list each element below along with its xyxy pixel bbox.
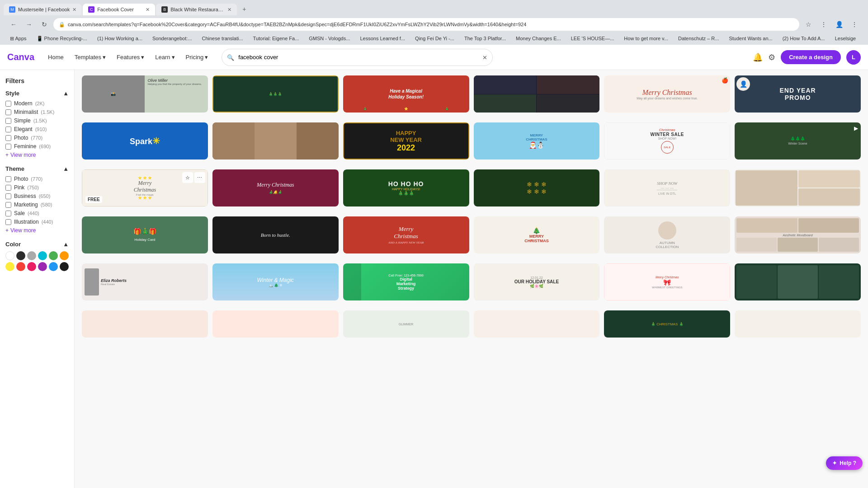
bell-icon[interactable]: 🔔 <box>753 52 763 62</box>
create-design-button[interactable]: Create a design <box>781 50 841 64</box>
bookmark-11[interactable]: LEE 'S HOUSE—... <box>568 35 617 42</box>
nav-templates[interactable]: Templates ▾ <box>70 51 110 63</box>
template-card-vintage-finds[interactable] <box>474 75 600 113</box>
filter-theme-business-checkbox[interactable] <box>5 193 11 199</box>
template-card-winter-sale[interactable]: Christmas WINTER SALE SHOP NOW! SALE <box>604 122 730 160</box>
template-card-autumn-collection[interactable]: AUTUMNCOLLECTION <box>604 216 730 253</box>
extensions-button[interactable]: ⋮ <box>817 18 830 31</box>
template-card-row6-4[interactable] <box>474 310 600 338</box>
bookmark-15[interactable]: (2) How To Add A... <box>780 35 828 42</box>
style-show-more[interactable]: + View more <box>5 152 69 158</box>
color-cyan[interactable] <box>38 251 47 260</box>
tab-facebook-cover[interactable]: C Facebook Cover ✕ <box>83 4 155 15</box>
new-tab-button[interactable]: + <box>238 3 250 15</box>
template-card-merry-christmas-tree[interactable]: 🎄 MERRYCHRISTMAS <box>474 216 600 253</box>
theme-section-header[interactable]: Theme ▲ <box>5 165 69 172</box>
nav-features[interactable]: Features ▾ <box>112 51 149 63</box>
template-card-winter-magic[interactable]: Winter & Magic 🏔️ 🌲 ❄ <box>212 263 339 300</box>
template-card-fashion-collage[interactable] <box>212 122 339 160</box>
theme-show-more[interactable]: + View more <box>5 227 69 234</box>
template-card-christmas-illustration[interactable]: 🎁🎄🎁Holiday Card <box>82 216 208 253</box>
bookmark-button[interactable]: ☆ <box>802 18 815 31</box>
template-card-photo-collage-2[interactable] <box>735 169 861 206</box>
filter-modern[interactable]: Modern(2K) <box>5 100 69 107</box>
template-card-row6-2[interactable] <box>212 310 339 338</box>
bookmark-14[interactable]: Student Wants an... <box>726 35 775 42</box>
filter-theme-business[interactable]: Business(650) <box>5 193 69 199</box>
filter-feminine-checkbox[interactable] <box>5 144 11 150</box>
template-card-christmas-green[interactable]: 🎄🎄🎄 <box>212 75 339 113</box>
filter-theme-marketing[interactable]: Marketing(580) <box>5 202 69 208</box>
color-red[interactable] <box>16 262 25 271</box>
bookmark-8[interactable]: Qing Fei De Yi -... <box>412 35 457 42</box>
filter-elegant-checkbox[interactable] <box>5 127 11 132</box>
filter-elegant[interactable]: Elegant(910) <box>5 126 69 132</box>
more-button[interactable]: ⋯ <box>194 172 205 183</box>
template-card-merry-christmas-beige[interactable]: ⭐ ⭐ ⭐ MerryChristmas Feel the magic ⭐ ⭐ … <box>82 169 208 206</box>
bookmark-apps[interactable]: ⊞ Apps <box>7 35 29 42</box>
template-card-end-year-promo[interactable]: END YEARPROMO 👤 <box>735 75 861 113</box>
template-card-real-estate[interactable]: 📸 Olive Miller Helping you find the prop… <box>82 75 208 113</box>
color-white[interactable] <box>5 251 14 260</box>
bookmark-2[interactable]: (1) How Working a... <box>94 35 145 42</box>
template-card-born-hustle[interactable]: Born to hustle. <box>212 216 339 253</box>
menu-button[interactable]: ⋮ <box>848 18 861 31</box>
user-profile-button[interactable]: 👤 <box>833 18 845 31</box>
filter-modern-checkbox[interactable] <box>5 101 11 107</box>
canva-logo[interactable]: Canva <box>7 52 34 62</box>
template-card-aesthetic-moodboard[interactable]: Aesthetic Moodboard <box>735 216 861 253</box>
template-card-holiday-sale[interactable]: 12.01.22 OUR HOLIDAY SALE 🌿🌸🌿 <box>474 263 600 300</box>
template-card-merry-christmas-red-script[interactable]: MerryChristmasAND A HAPPY NEW YEAR <box>343 216 469 253</box>
settings-icon[interactable]: ⚙ <box>768 52 775 62</box>
template-card-winter-forest[interactable]: 🌲🌲🌲Winter Scene ▶ <box>735 122 861 160</box>
color-pink[interactable] <box>27 262 36 271</box>
template-card-row6-5[interactable]: 🎄 CHRISTMAS 🎄 <box>604 310 730 338</box>
template-card-merry-christmas-light[interactable]: Merry Christmas May all your dreams and … <box>604 75 730 113</box>
tab-close-2[interactable]: ✕ <box>146 7 150 13</box>
filter-theme-illustration-checkbox[interactable] <box>5 219 11 225</box>
filter-theme-pink[interactable]: Pink(750) <box>5 184 69 191</box>
filter-photo-checkbox[interactable] <box>5 135 11 141</box>
bookmark-4[interactable]: Chinese translati... <box>199 35 246 42</box>
bookmark-13[interactable]: Datenschutz – R... <box>675 35 722 42</box>
filter-theme-illustration[interactable]: Illustration(440) <box>5 219 69 225</box>
template-card-merry-christmas-ribbon[interactable]: Merry Christmas 🎀 WARMEST GREETINGS <box>604 263 730 300</box>
forward-button[interactable]: → <box>23 18 35 31</box>
nav-pricing[interactable]: Pricing ▾ <box>181 51 213 63</box>
template-card-shop-now[interactable]: SHOP NOW — — — LIVE IN DTL <box>604 169 730 206</box>
template-card-row6-6[interactable] <box>735 310 861 338</box>
refresh-button[interactable]: ↻ <box>38 18 51 31</box>
filter-simple-checkbox[interactable] <box>5 118 11 124</box>
bookmark-1[interactable]: 📱 Phone Recycling-... <box>34 35 90 42</box>
tab-close-1[interactable]: ✕ <box>72 7 76 13</box>
bookmark-16[interactable]: Leselsige <box>832 35 859 42</box>
filter-theme-sale-checkbox[interactable] <box>5 211 11 216</box>
filter-photo[interactable]: Photo(770) <box>5 135 69 141</box>
template-card-eliza-roberts[interactable]: Eliza Roberts Real Estate <box>82 263 208 300</box>
template-card-digital-marketing[interactable]: Call Free: 123-456-7890 DigitalMarketing… <box>343 263 469 300</box>
address-bar[interactable]: 🔒 canva.com/search/templates?q=Facebook%… <box>53 18 799 31</box>
star-button[interactable]: ☆ <box>182 172 193 183</box>
back-button[interactable]: ← <box>7 18 20 31</box>
filter-theme-pink-checkbox[interactable] <box>5 185 11 191</box>
filter-theme-sale[interactable]: Sale(440) <box>5 210 69 216</box>
filter-theme-photo[interactable]: Photo(770) <box>5 176 69 182</box>
color-blue[interactable] <box>49 262 58 271</box>
filter-simple[interactable]: Simple(1.5K) <box>5 117 69 124</box>
bookmark-9[interactable]: The Top 3 Platfor... <box>462 35 509 42</box>
template-card-golden-snowflakes[interactable]: ❄ ❄ ❄❄ ❄ ❄ <box>474 169 600 206</box>
template-card-new-year-2022[interactable]: HAPPYNEW YEAR2022 <box>343 122 469 160</box>
color-dark[interactable] <box>60 262 69 271</box>
filter-feminine[interactable]: Feminine(690) <box>5 143 69 150</box>
template-card-magical-holiday[interactable]: Have a MagicalHoliday Season! 🎄⭐🎄 <box>343 75 469 113</box>
template-card-row6-1[interactable] <box>82 310 208 338</box>
color-gray[interactable] <box>27 251 36 260</box>
template-card-christmas-cartoon[interactable]: MERRYCHRISTMAS 🎅⛄ <box>474 122 600 160</box>
filter-minimalist-checkbox[interactable] <box>5 109 11 115</box>
filter-theme-photo-checkbox[interactable] <box>5 176 11 182</box>
tab-restaurant[interactable]: B Black White Restaurant Typo... ✕ <box>156 4 237 15</box>
nav-home[interactable]: Home <box>43 51 68 63</box>
style-section-header[interactable]: Style ▲ <box>5 90 69 97</box>
tab-close-3[interactable]: ✕ <box>227 7 231 13</box>
bookmark-6[interactable]: GMSN - Vologds... <box>306 35 353 42</box>
